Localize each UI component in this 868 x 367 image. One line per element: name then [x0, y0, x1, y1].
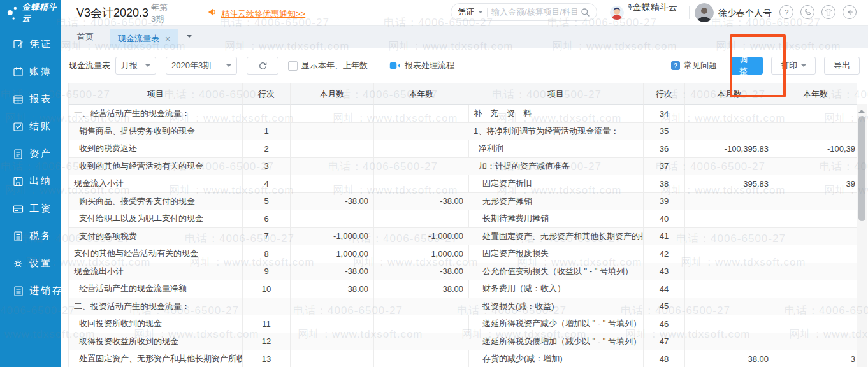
table-row[interactable]: 无形资产摊销39 — [468, 193, 857, 211]
phone-icon[interactable] — [800, 5, 814, 19]
table-row[interactable]: 二、投资活动产生的现金流量： — [69, 298, 469, 316]
cell-year: -1,000.00 — [374, 228, 469, 246]
chevron-down-icon — [628, 6, 633, 11]
shirt-icon[interactable] — [821, 5, 835, 19]
table-row[interactable]: 处置固定资产、无形资产和其他长期资产所收回的13 — [69, 350, 469, 367]
cell-line: 7 — [243, 228, 291, 246]
cell-year — [774, 263, 857, 281]
cell-item: 净利润 — [468, 140, 644, 158]
sidebar-item-ledger[interactable]: 账簿 — [0, 58, 61, 85]
cell-year — [774, 333, 857, 351]
scrollbar-thumb[interactable] — [858, 116, 865, 221]
cell-month — [685, 105, 774, 123]
table-row[interactable]: 支付的各项税费7-1,000.00-1,000.00 — [69, 228, 469, 246]
sidebar-item-label: 结账 — [29, 120, 52, 133]
period-value-select[interactable]: 2020年3期 — [166, 57, 237, 75]
tab-cash-flow-statement[interactable]: 现金流量表 × — [110, 29, 178, 48]
cell-year: -38.00 — [374, 193, 469, 211]
table-row[interactable]: 处置固定资产、无形资产和其他长期资产的损失41 — [468, 228, 857, 246]
divider — [689, 6, 690, 19]
sidebar-item-label: 出纳 — [29, 175, 52, 187]
adjust-button[interactable]: 调整 — [730, 57, 763, 75]
show-compare-checkbox[interactable] — [288, 61, 298, 71]
report-icon — [13, 94, 24, 104]
table-row[interactable]: 销售商品、提供劳务收到的现金1 — [69, 123, 469, 141]
app-logo[interactable]: 金蝶精斗云 — [0, 0, 61, 25]
cell-month: -1,000.00 — [291, 228, 374, 246]
report-process-link[interactable]: 报表处理流程 — [405, 60, 454, 71]
sidebar-item-settings[interactable]: 设置 — [0, 250, 61, 277]
table-row[interactable]: 加：计提的资产减值准备37 — [468, 158, 857, 176]
cell-month — [291, 350, 374, 367]
table-row[interactable]: 补 充 资 料34 — [468, 105, 857, 123]
table-row[interactable]: 收到的税费返还2 — [69, 140, 469, 158]
settings-icon — [13, 258, 24, 269]
help-icon[interactable]: ? — [779, 5, 793, 19]
user-avatar[interactable] — [695, 3, 714, 22]
export-button[interactable]: 导出 — [824, 57, 860, 75]
cell-year — [774, 210, 857, 228]
faq-link[interactable]: 常见问题 — [684, 60, 717, 71]
user-name[interactable]: 徐少春个人号 — [718, 8, 772, 19]
table-row[interactable]: 公允价值变动损失（收益以 " - " 号填列）43 — [468, 263, 857, 281]
report-title: 现金流量表 — [69, 60, 110, 71]
cell-item: 长期待摊费用摊销 — [468, 210, 644, 228]
search-input[interactable]: 输入金额/核算项目/科目/摘 — [491, 6, 577, 18]
table-row[interactable]: 一、经营活动产生的现金流量： — [69, 105, 469, 123]
vertical-scrollbar[interactable] — [857, 104, 867, 367]
sidebar-item-report[interactable]: 报表 — [0, 85, 61, 113]
cash-flow-table: 项目行次本月数本年数一、经营活动产生的现金流量：销售商品、提供劳务收到的现金1收… — [61, 83, 868, 367]
sidebar-item-asset[interactable]: 资产 — [0, 140, 61, 168]
cell-year — [374, 175, 469, 193]
company-avatar[interactable] — [610, 6, 624, 20]
table-row[interactable]: 存货的减少(减：增加)4838.003 — [468, 350, 857, 367]
table-row[interactable]: 购买商品、接受劳务支付的现金5-38.00-38.00 — [69, 193, 469, 211]
table-row[interactable]: 现金流入小计4 — [69, 175, 469, 193]
promo-notice-link[interactable]: 精斗云续签优惠通知>> — [221, 8, 305, 20]
search-category[interactable]: 凭证 — [458, 6, 474, 18]
sidebar-item-closing[interactable]: 结账 — [0, 113, 61, 140]
sidebar-item-cashier[interactable]: 出纳 — [0, 168, 61, 195]
tab-bar: 首页 现金流量表 × — [61, 25, 868, 48]
sidebar-item-inventory[interactable]: 进销存 — [0, 277, 61, 305]
table-row[interactable]: 支付的其他与经营活动有关的现金81,000.001,000.00 — [69, 245, 469, 263]
payroll-icon — [13, 203, 24, 214]
table-row[interactable]: 净利润36-100,395.83-100,39 — [468, 140, 857, 158]
table-row[interactable]: 财务费用（减：收入）44 — [468, 280, 857, 298]
table-row[interactable]: 收回投资所收到的现金11 — [69, 315, 469, 333]
close-icon[interactable]: × — [165, 34, 170, 43]
sidebar: 金蝶精斗云 凭证账簿报表结账资产出纳工资税务设置进销存 — [0, 0, 61, 367]
table-row[interactable]: 固定资产报废损失42 — [468, 245, 857, 263]
table-row[interactable]: 取得投资收益所收到的现金12 — [69, 333, 469, 351]
sidebar-item-payroll[interactable]: 工资 — [0, 195, 61, 222]
sidebar-item-tax[interactable]: 税务 — [0, 222, 61, 250]
scroll-up-icon[interactable] — [858, 106, 865, 113]
table-row[interactable]: 递延所得税负债增加（减少以 " - " 号填列）47 — [468, 333, 857, 351]
cell-item: 收回投资所收到的现金 — [69, 315, 243, 333]
table-row[interactable]: 现金流出小计9-38.00-38.00 — [69, 263, 469, 281]
closing-icon — [13, 121, 24, 132]
table-row[interactable]: 递延所得税资产减少（增加以 " - " 号填列）46 — [468, 315, 857, 333]
cell-year: 1,000.00 — [374, 245, 469, 263]
table-row[interactable]: 经营活动产生的现金流量净额1038.0038.00 — [69, 280, 469, 298]
cell-line: 40 — [644, 210, 685, 228]
refresh-button[interactable] — [247, 57, 278, 75]
table-row[interactable]: 支付给职工以及为职工支付的现金6 — [69, 210, 469, 228]
cell-month — [291, 298, 374, 316]
period-type-select[interactable]: 月报 — [115, 57, 156, 75]
cell-year — [374, 210, 469, 228]
table-row[interactable]: 长期待摊费用摊销40 — [468, 210, 857, 228]
tab-home[interactable]: 首页 — [61, 25, 110, 48]
print-button[interactable]: 打印 — [771, 57, 816, 75]
table-row[interactable]: 1、将净利润调节为经营活动现金流量：35 — [468, 123, 857, 141]
cell-year — [374, 140, 469, 158]
table-row[interactable]: 投资损失(减：收益)45 — [468, 298, 857, 316]
table-row[interactable]: 收到的其他与经营活动有关的现金3 — [69, 158, 469, 176]
global-search[interactable]: 凭证 输入金额/核算项目/科目/摘 — [451, 3, 597, 21]
table-row[interactable]: 固定资产折旧38395.8339 — [468, 175, 857, 193]
cell-month: 38.00 — [291, 280, 374, 298]
sidebar-nav: 凭证账簿报表结账资产出纳工资税务设置进销存 — [0, 31, 61, 305]
tab-list-dropdown-icon[interactable] — [187, 35, 192, 40]
sidebar-item-voucher[interactable]: 凭证 — [0, 31, 61, 58]
back-icon[interactable] — [843, 5, 857, 19]
